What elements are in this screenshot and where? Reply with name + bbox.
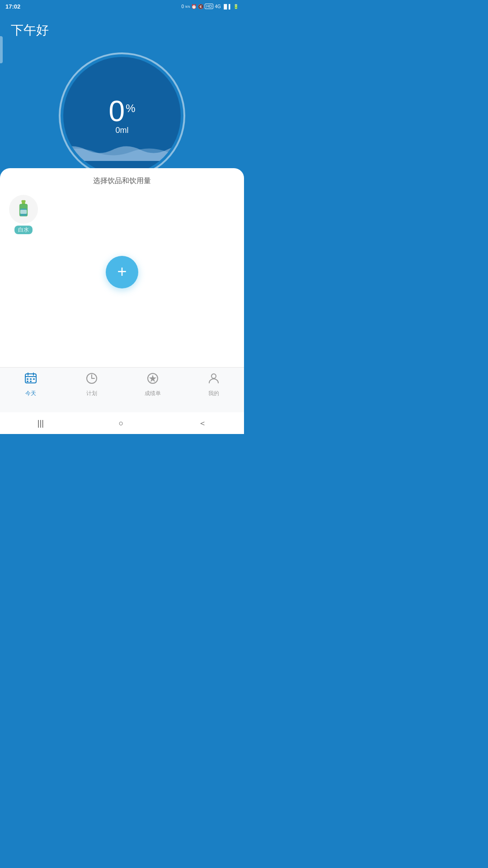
side-tab (0, 36, 3, 63)
nav-item-today[interactable]: 今天 (0, 372, 61, 397)
water-circle-inner: 0 % 0ml (63, 57, 181, 175)
svg-point-19 (211, 374, 216, 378)
percent-display: 0 % (109, 97, 136, 126)
mine-icon (207, 372, 220, 388)
status-time: 17:02 (5, 3, 20, 10)
sys-nav-bar: ||| ○ ＜ (0, 412, 244, 434)
back-button[interactable]: ＜ (198, 418, 206, 429)
greeting-text: 下午好 (0, 13, 244, 43)
water-circle-outer: 0 % 0ml (59, 52, 185, 179)
drink-circle (9, 195, 38, 224)
svg-rect-9 (27, 378, 28, 380)
percent-sign: % (126, 102, 135, 115)
svg-rect-11 (33, 378, 35, 380)
svg-rect-13 (30, 381, 32, 382)
drinks-row: 白水 (0, 191, 244, 238)
nav-item-record[interactable]: 成绩单 (122, 372, 183, 397)
drink-item-water[interactable]: 白水 (9, 195, 38, 234)
nav-label-today: 今天 (25, 390, 36, 397)
nav-item-mine[interactable]: 我的 (183, 372, 244, 397)
nav-item-plan[interactable]: 计划 (61, 372, 122, 397)
bottom-panel: 选择饮品和饮用量 (0, 168, 244, 367)
plan-icon (85, 372, 98, 388)
record-icon (146, 372, 159, 388)
home-button[interactable]: ○ (119, 419, 124, 428)
bottle-icon (15, 199, 32, 219)
nav-label-mine: 我的 (208, 390, 219, 397)
svg-rect-4 (20, 210, 27, 214)
wave-animation (63, 138, 181, 161)
svg-marker-18 (149, 375, 156, 382)
nav-label-record: 成绩单 (145, 390, 161, 397)
status-icons: 0 k/s ⏰ 🔇 HD 4G ▐▌▌ 🔋 (182, 4, 239, 9)
recent-button[interactable]: ||| (38, 419, 44, 428)
svg-rect-12 (27, 381, 28, 382)
add-button-container: + (0, 256, 244, 288)
status-bar: 17:02 0 k/s ⏰ 🔇 HD 4G ▐▌▌ 🔋 (0, 0, 244, 13)
today-icon (24, 372, 37, 388)
drink-label: 白水 (14, 226, 33, 234)
add-plus-icon: + (117, 264, 127, 280)
add-drink-button[interactable]: + (106, 256, 138, 288)
select-label: 选择饮品和饮用量 (0, 168, 244, 191)
percent-number: 0 (109, 97, 125, 126)
svg-rect-10 (30, 378, 32, 380)
nav-label-plan: 计划 (86, 390, 97, 397)
ml-display: 0ml (115, 126, 128, 135)
bottom-nav: 今天 计划 成绩单 (0, 367, 244, 412)
